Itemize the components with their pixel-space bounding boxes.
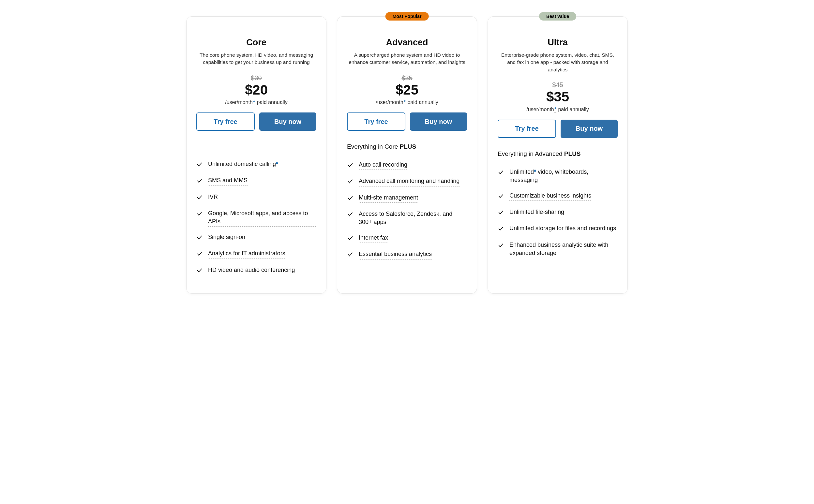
price-asterisk[interactable]: * — [404, 99, 406, 105]
feature-text-main: Enhanced business analytic suite with ex… — [510, 242, 608, 256]
feature-item: Unlimited* video, whiteboards, messaging — [498, 168, 618, 185]
feature-item: Unlimited file-sharing — [498, 208, 618, 218]
check-icon — [347, 211, 354, 220]
feature-text: Auto call recording — [359, 161, 407, 170]
button-row: Try freeBuy now — [498, 120, 618, 138]
check-icon — [347, 162, 354, 170]
feature-text: Advanced call monitoring and handling — [359, 177, 460, 186]
feature-asterisk[interactable]: * — [276, 161, 278, 167]
price-unit-prefix: /user/month — [225, 99, 252, 105]
old-price: $30 — [196, 74, 316, 82]
feature-text: Access to Salesforce, Zendesk, and 300+ … — [359, 210, 467, 227]
everything-in-header: Everything in Advanced PLUS — [498, 150, 618, 157]
buy-now-button[interactable]: Buy now — [561, 120, 618, 138]
everything-prefix: Everything in Advanced — [498, 150, 563, 157]
check-icon — [347, 251, 354, 260]
check-icon — [196, 194, 203, 203]
everything-plus: PLUS — [400, 143, 417, 150]
feature-item: Google, Microsoft apps, and access to AP… — [196, 209, 316, 227]
try-free-button[interactable]: Try free — [196, 112, 255, 131]
feature-text: Internet fax — [359, 234, 388, 243]
try-free-button[interactable]: Try free — [498, 120, 556, 138]
feature-text-main: Essential business analytics — [359, 251, 432, 257]
check-icon — [196, 210, 203, 219]
plan-description: A supercharged phone system and HD video… — [347, 52, 467, 67]
feature-item: IVR — [196, 193, 316, 203]
check-icon — [498, 225, 505, 234]
feature-text: IVR — [208, 193, 218, 202]
everything-prefix: Everything in Core — [347, 143, 398, 150]
feature-text: Unlimited file-sharing — [510, 208, 564, 217]
check-icon — [498, 242, 505, 251]
buy-now-button[interactable]: Buy now — [259, 112, 316, 131]
price-block: $45$35/user/month* paid annually — [498, 81, 618, 112]
feature-list: Unlimited domestic calling*SMS and MMSIV… — [196, 160, 316, 282]
feature-text-main: IVR — [208, 194, 218, 200]
price-block: $35$25/user/month* paid annually — [347, 74, 467, 105]
plan-badge: Best value — [539, 12, 576, 21]
check-icon — [347, 178, 354, 187]
try-free-button[interactable]: Try free — [347, 112, 405, 131]
feature-text-main: Customizable business insights — [510, 192, 591, 199]
feature-text-main: Unlimited file-sharing — [510, 209, 564, 215]
price-asterisk[interactable]: * — [555, 107, 556, 112]
price: $35 — [498, 89, 618, 104]
feature-item: SMS and MMS — [196, 176, 316, 186]
price-caption: /user/month* paid annually — [196, 99, 316, 105]
feature-text: SMS and MMS — [208, 176, 247, 185]
check-icon — [347, 195, 354, 203]
old-price: $45 — [498, 81, 618, 89]
plan-name: Advanced — [347, 37, 467, 48]
plan-description: Enterprise-grade phone system, video, ch… — [498, 52, 618, 73]
feature-item: Unlimited domestic calling* — [196, 160, 316, 170]
feature-text-main: Access to Salesforce, Zendesk, and 300+ … — [359, 211, 452, 225]
feature-text: Single sign-on — [208, 233, 245, 242]
everything-plus: PLUS — [564, 150, 581, 157]
check-icon — [196, 234, 203, 243]
plan-card-advanced: Most PopularAdvancedA supercharged phone… — [337, 16, 477, 294]
spacer — [196, 131, 316, 152]
feature-item: Access to Salesforce, Zendesk, and 300+ … — [347, 210, 467, 227]
feature-item: Essential business analytics — [347, 250, 467, 260]
everything-in-header: Everything in Core PLUS — [347, 143, 467, 150]
feature-text: Customizable business insights — [510, 192, 591, 201]
buy-now-button[interactable]: Buy now — [410, 112, 467, 131]
feature-text: Essential business analytics — [359, 250, 432, 259]
feature-item: Analytics for IT administrators — [196, 249, 316, 259]
feature-text-main: Unlimited domestic calling — [208, 161, 276, 167]
check-icon — [498, 193, 505, 201]
feature-asterisk[interactable]: * — [534, 169, 536, 175]
price-caption: /user/month* paid annually — [498, 107, 618, 112]
plan-name: Core — [196, 37, 316, 48]
feature-item: Advanced call monitoring and handling — [347, 177, 467, 187]
feature-text-main: HD video and audio conferencing — [208, 267, 295, 273]
check-icon — [196, 250, 203, 259]
feature-text-pre: Unlimited — [510, 169, 534, 175]
price: $25 — [347, 82, 467, 97]
button-row: Try freeBuy now — [347, 112, 467, 131]
feature-item: Internet fax — [347, 234, 467, 244]
feature-item: Auto call recording — [347, 161, 467, 170]
price-unit-suffix: paid annually — [407, 99, 438, 105]
feature-item: Enhanced business analytic suite with ex… — [498, 241, 618, 258]
feature-text-main: Advanced call monitoring and handling — [359, 178, 460, 184]
price-caption: /user/month* paid annually — [347, 99, 467, 105]
check-icon — [498, 169, 505, 178]
price-unit-prefix: /user/month — [376, 99, 403, 105]
price-asterisk[interactable]: * — [253, 99, 255, 105]
plan-card-core: CoreThe core phone system, HD video, and… — [186, 16, 326, 294]
feature-text-main: Internet fax — [359, 234, 388, 241]
feature-text: Enhanced business analytic suite with ex… — [510, 241, 618, 258]
button-row: Try freeBuy now — [196, 112, 316, 131]
price-block: $30$20/user/month* paid annually — [196, 74, 316, 105]
feature-item: Unlimited storage for files and recordin… — [498, 224, 618, 234]
feature-item: Multi-site management — [347, 194, 467, 203]
feature-text: Multi-site management — [359, 194, 418, 203]
feature-text-main: Unlimited storage for files and recordin… — [510, 225, 616, 231]
feature-item: Customizable business insights — [498, 192, 618, 201]
check-icon — [498, 209, 505, 218]
feature-text: Unlimited* video, whiteboards, messaging — [510, 168, 618, 185]
feature-text-main: Google, Microsoft apps, and access to AP… — [208, 210, 308, 225]
check-icon — [196, 177, 203, 186]
feature-text-main: Analytics for IT administrators — [208, 250, 285, 257]
